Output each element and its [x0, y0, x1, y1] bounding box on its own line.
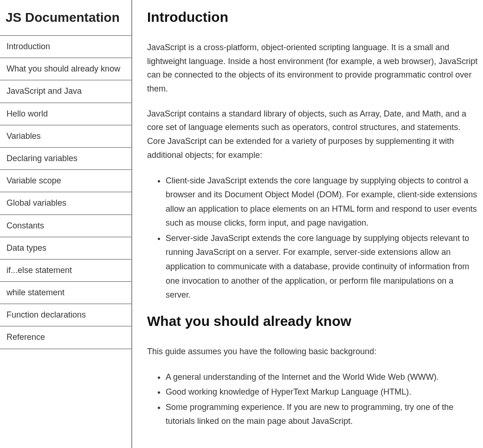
- list-item: Some programming experience. If you are …: [166, 400, 479, 429]
- sidebar-item-declaring-variables: Declaring variables: [0, 148, 131, 170]
- page-layout: JS Documentation Introduction What you s…: [0, 0, 483, 448]
- sidebar-item-variable-scope: Variable scope: [0, 170, 131, 192]
- paragraph: JavaScript contains a standard library o…: [147, 107, 479, 162]
- list-item: Server-side JavaScript extends the core …: [166, 231, 479, 302]
- sidebar-item-variables: Variables: [0, 125, 131, 148]
- sidebar-list: Introduction What you should already kno…: [0, 35, 131, 349]
- list-item: Good working knowledge of HyperText Mark…: [166, 385, 479, 399]
- sidebar-item-if-else: if...else statement: [0, 260, 131, 282]
- nav-link[interactable]: Data types: [0, 237, 131, 259]
- bullet-list: A general understanding of the Internet …: [147, 370, 479, 429]
- nav-link[interactable]: Variable scope: [0, 170, 131, 192]
- paragraph: This guide assumes you have the followin…: [147, 345, 479, 359]
- nav-link[interactable]: Introduction: [0, 36, 131, 58]
- sidebar-item-js-and-java: JavaScript and Java: [0, 80, 131, 103]
- sidebar-title: JS Documentation: [0, 0, 131, 35]
- nav-link[interactable]: Declaring variables: [0, 148, 131, 169]
- list-item: A general understanding of the Internet …: [166, 370, 479, 384]
- section-heading: Introduction: [147, 9, 479, 25]
- sidebar-item-function-declarations: Function declarations: [0, 304, 131, 326]
- section-already-know: What you should already know This guide …: [147, 313, 479, 429]
- nav-link[interactable]: if...else statement: [0, 260, 131, 281]
- nav-link[interactable]: Hello world: [0, 103, 131, 125]
- section-introduction: Introduction JavaScript is a cross-platf…: [147, 9, 479, 302]
- main-content: Introduction JavaScript is a cross-platf…: [132, 0, 483, 448]
- sidebar-item-introduction: Introduction: [0, 36, 131, 58]
- sidebar-item-while: while statement: [0, 282, 131, 304]
- nav-link[interactable]: Variables: [0, 125, 131, 147]
- nav-link[interactable]: What you should already know: [0, 58, 131, 80]
- sidebar-item-global-variables: Global variables: [0, 192, 131, 214]
- nav-link[interactable]: Global variables: [0, 192, 131, 214]
- nav-link[interactable]: Reference: [0, 326, 131, 348]
- paragraph: JavaScript is a cross-platform, object-o…: [147, 41, 479, 96]
- sidebar-item-hello-world: Hello world: [0, 103, 131, 125]
- sidebar-item-reference: Reference: [0, 326, 131, 349]
- section-heading: What you should already know: [147, 313, 479, 329]
- sidebar-nav: JS Documentation Introduction What you s…: [0, 0, 132, 448]
- nav-link[interactable]: while statement: [0, 282, 131, 304]
- bullet-list: Client-side JavaScript extends the core …: [147, 174, 479, 302]
- sidebar-item-constants: Constants: [0, 215, 131, 237]
- list-item: Client-side JavaScript extends the core …: [166, 174, 479, 230]
- nav-link[interactable]: Constants: [0, 215, 131, 237]
- nav-link[interactable]: JavaScript and Java: [0, 80, 131, 102]
- sidebar-item-already-know: What you should already know: [0, 58, 131, 80]
- sidebar-item-data-types: Data types: [0, 237, 131, 260]
- nav-link[interactable]: Function declarations: [0, 304, 131, 326]
